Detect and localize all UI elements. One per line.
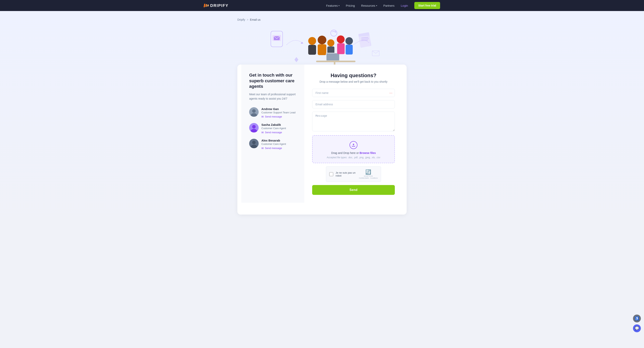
agent-avatar-sasha	[249, 123, 258, 132]
svg-rect-19	[359, 36, 371, 48]
email-wrapper	[312, 100, 395, 108]
svg-rect-5	[308, 45, 316, 55]
svg-point-12	[337, 36, 345, 43]
svg-point-6	[318, 36, 326, 44]
nav-pricing[interactable]: Pricing	[346, 4, 355, 7]
mail-icon-alex: ✉	[262, 147, 264, 150]
agent-role-sasha: Customer Care Agent	[262, 127, 286, 130]
left-description: Meet our team of professional support ag…	[249, 92, 296, 101]
recaptcha-text: reCAPTCHAConfidentialité - Conditions	[359, 175, 378, 179]
agent-avatar-andrew	[249, 107, 258, 117]
agent-item: Sasha Zakalik Customer Care Agent ✉ Send…	[249, 123, 296, 134]
email-input[interactable]	[312, 100, 395, 108]
svg-marker-3	[301, 42, 303, 44]
upload-browse-link[interactable]: Browse files	[360, 151, 376, 154]
send-button[interactable]: Send	[312, 185, 395, 195]
mail-icon-sasha: ✉	[262, 131, 264, 134]
captcha-logo: 🔄 reCAPTCHAConfidentialité - Conditions	[359, 169, 378, 179]
contact-form: ⋯	[312, 89, 395, 195]
agent-name-sasha: Sasha Zakalik	[262, 123, 286, 126]
svg-point-34	[252, 141, 256, 144]
navbar: DRIPIFY Features ▾ Pricing Resources ▾ P…	[0, 0, 644, 11]
nav-links: Features ▾ Pricing Resources ▾ Partners …	[326, 2, 440, 9]
logo-bar-1	[204, 4, 205, 7]
captcha-label: Je ne suis pas un robot	[336, 171, 356, 177]
svg-point-14	[346, 37, 353, 45]
main-content-card: Get in touch with our superb customer ca…	[237, 64, 407, 214]
discord-button[interactable]: 💬	[633, 324, 641, 332]
agent-send-andrew[interactable]: ✉ Send message	[262, 115, 296, 118]
accessibility-button[interactable]: ♿	[633, 314, 641, 322]
svg-point-23	[331, 30, 337, 36]
agent-name-alex: Alex Besarab	[262, 139, 286, 142]
resources-arrow-icon: ▾	[376, 4, 377, 7]
hero-illustration	[0, 21, 644, 64]
nav-login[interactable]: Login	[401, 4, 408, 7]
message-textarea[interactable]	[312, 112, 395, 131]
logo-icon	[204, 4, 209, 7]
agent-list: Andrew Gan Customer Support Team Lead ✉ …	[249, 107, 296, 150]
first-name-input[interactable]	[312, 89, 395, 97]
features-arrow-icon: ▾	[338, 4, 340, 7]
agent-send-sasha[interactable]: ✉ Send message	[262, 131, 286, 134]
form-subtitle: Drop a message below and we'll get back …	[312, 80, 395, 83]
breadcrumb-current: Email us	[250, 18, 260, 21]
svg-point-28	[252, 109, 256, 113]
logo-text: DRIPIFY	[210, 3, 228, 8]
captcha-box: Je ne suis pas un robot 🔄 reCAPTCHAConfi…	[326, 166, 381, 182]
mail-icon: ✉	[262, 115, 264, 118]
agent-item: Andrew Gan Customer Support Team Lead ✉ …	[249, 107, 296, 118]
left-panel: Get in touch with our superb customer ca…	[241, 64, 304, 203]
message-wrapper	[312, 112, 395, 132]
agent-send-alex[interactable]: ✉ Send message	[262, 147, 286, 150]
recaptcha-icon: 🔄	[365, 169, 371, 175]
svg-rect-13	[337, 43, 345, 54]
logo-bar-3	[207, 4, 209, 6]
upload-types: Accepted file types: .doc, .pdf, .png, .…	[327, 156, 380, 159]
agent-name-andrew: Andrew Gan	[262, 107, 296, 110]
breadcrumb: Dripify > Email us	[234, 18, 410, 21]
svg-rect-15	[346, 45, 353, 54]
svg-point-8	[327, 39, 334, 46]
nav-cta[interactable]: Start free trial	[414, 2, 440, 9]
accessibility-icon: ♿	[635, 316, 639, 321]
svg-rect-17	[334, 62, 336, 64]
form-title: Having questions?	[312, 72, 395, 78]
first-name-wrapper: ⋯	[312, 89, 395, 97]
svg-point-4	[308, 37, 316, 45]
upload-text: Drag and Drop here or Browse files	[331, 151, 376, 154]
upload-area[interactable]: Drag and Drop here or Browse files Accep…	[312, 135, 395, 163]
svg-rect-11	[326, 53, 339, 60]
agent-avatar-alex	[249, 139, 258, 148]
upload-icon	[350, 141, 358, 149]
nav-resources[interactable]: Resources ▾	[361, 4, 377, 7]
svg-rect-7	[318, 44, 326, 55]
agent-info-andrew: Andrew Gan Customer Support Team Lead ✉ …	[262, 107, 296, 118]
svg-marker-25	[294, 57, 298, 62]
error-icon: ⋯	[389, 91, 392, 95]
hero-svg	[259, 25, 385, 64]
agent-role-alex: Customer Care Agent	[262, 142, 286, 146]
breadcrumb-separator: >	[247, 18, 248, 21]
agent-item: Alex Besarab Customer Care Agent ✉ Send …	[249, 139, 296, 150]
svg-point-31	[252, 125, 256, 128]
nav-partners[interactable]: Partners	[384, 4, 395, 7]
discord-icon: 💬	[635, 326, 639, 330]
hero-wrapper: Dripify > Email us	[0, 11, 644, 226]
captcha-checkbox[interactable]	[329, 172, 333, 176]
svg-rect-16	[316, 60, 356, 62]
logo-link[interactable]: DRIPIFY	[204, 3, 228, 8]
breadcrumb-home[interactable]: Dripify	[237, 18, 245, 21]
captcha-wrapper: Je ne suis pas un robot 🔄 reCAPTCHAConfi…	[312, 166, 395, 182]
right-panel: Having questions? Drop a message below a…	[304, 64, 403, 203]
logo-bar-2	[206, 4, 207, 7]
left-title: Get in touch with our superb customer ca…	[249, 72, 296, 89]
agent-role-andrew: Customer Support Team Lead	[262, 111, 296, 114]
agent-info-alex: Alex Besarab Customer Care Agent ✉ Send …	[262, 139, 286, 150]
floating-buttons: ♿ 💬	[633, 314, 641, 332]
agent-info-sasha: Sasha Zakalik Customer Care Agent ✉ Send…	[262, 123, 286, 134]
nav-features[interactable]: Features ▾	[326, 4, 340, 7]
